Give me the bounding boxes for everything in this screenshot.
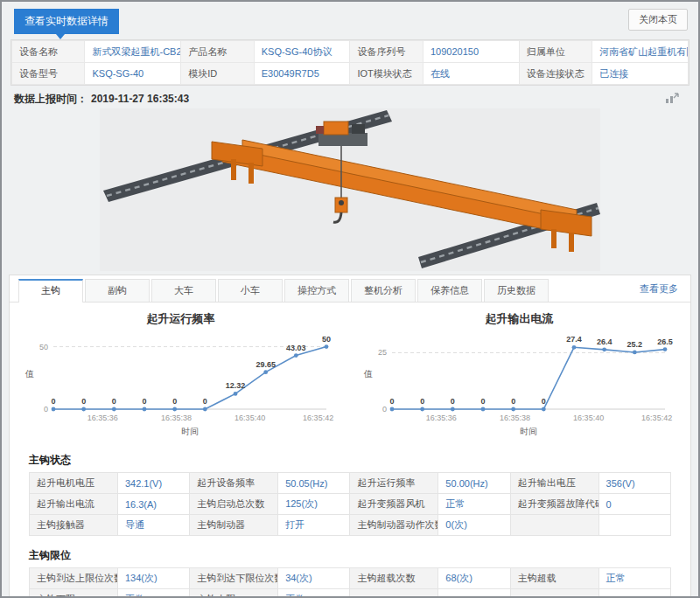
info-label: 设备型号 bbox=[12, 63, 85, 85]
device-info-table: 设备名称新式双梁起重机-CB2019产品名称KSQ-SG-40协议设备序列号10… bbox=[11, 40, 689, 85]
table-row: 起升电机电压342.1(V)起升设备频率50.05(Hz)起升运行频率50.00… bbox=[30, 473, 671, 494]
tab-main-hook[interactable]: 主钩 bbox=[18, 279, 83, 302]
report-time-label: 数据上报时间： bbox=[14, 93, 88, 105]
status-label bbox=[510, 589, 598, 598]
status-label: 主钩到达下限位次数 bbox=[190, 568, 278, 589]
status-value: 356(V) bbox=[598, 473, 670, 494]
svg-text:25: 25 bbox=[377, 348, 386, 357]
tab-trolley[interactable]: 小车 bbox=[218, 279, 283, 302]
svg-text:0: 0 bbox=[420, 397, 424, 406]
status-value: 125(次) bbox=[278, 494, 350, 515]
info-value: E30049R7D5 bbox=[254, 63, 350, 85]
status-label bbox=[510, 515, 598, 536]
svg-text:16:35:38: 16:35:38 bbox=[160, 414, 191, 422]
svg-text:16:35:36: 16:35:36 bbox=[425, 414, 456, 422]
svg-text:16:35:36: 16:35:36 bbox=[87, 414, 117, 422]
report-time: 数据上报时间：2019-11-27 16:35:43 bbox=[14, 92, 189, 107]
page: 查看实时数据详情 关闭本页 设备名称新式双梁起重机-CB2019产品名称KSQ-… bbox=[0, 0, 700, 598]
status-value: 34(次) bbox=[278, 568, 350, 589]
svg-text:0: 0 bbox=[43, 405, 47, 414]
status-value: 正常 bbox=[438, 494, 510, 515]
svg-text:16:35:42: 16:35:42 bbox=[303, 414, 333, 422]
status-label: 主钩到达上限位次数 bbox=[30, 568, 118, 589]
svg-text:16:35:38: 16:35:38 bbox=[499, 414, 529, 422]
table-row: 主钩到达上限位次数134(次)主钩到达下限位次数34(次)主钩超载次数68(次)… bbox=[30, 568, 671, 589]
svg-text:27.4: 27.4 bbox=[566, 335, 582, 344]
status-value: 打开 bbox=[278, 515, 350, 536]
svg-text:16:35:40: 16:35:40 bbox=[234, 414, 265, 422]
device-info-row: 设备型号KSQ-SG-40模块IDE30049R7D5IOT模块状态在线设备连接… bbox=[12, 63, 689, 85]
info-label: 设备连接状态 bbox=[519, 63, 592, 85]
info-label: IOT模块状态 bbox=[350, 63, 423, 85]
tab-history-data[interactable]: 历史数据 bbox=[484, 279, 549, 302]
view-realtime-data-button[interactable]: 查看实时数据详情 bbox=[14, 9, 119, 34]
tab-bridge[interactable]: 大车 bbox=[151, 279, 216, 302]
status-label: 起升设备频率 bbox=[190, 473, 278, 494]
crane-image-wrap bbox=[2, 108, 698, 271]
charts-row: 起升运行频率050值16:35:3616:35:3816:35:4016:35:… bbox=[10, 302, 690, 441]
close-page-button[interactable]: 关闭本页 bbox=[628, 9, 688, 31]
section: 主钩状态起升电机电压342.1(V)起升设备频率50.05(Hz)起升运行频率5… bbox=[10, 453, 690, 536]
chart-title: 起升运行频率 bbox=[17, 311, 346, 327]
info-label: 模块ID bbox=[181, 63, 254, 85]
status-value: 正常 bbox=[278, 589, 350, 598]
svg-text:0: 0 bbox=[51, 397, 55, 406]
svg-text:50: 50 bbox=[38, 343, 47, 351]
status-label: 主钩制动器动作次数 bbox=[350, 515, 438, 536]
info-value: KSQ-SG-40协议 bbox=[254, 41, 350, 63]
info-value: 新式双梁起重机-CB2019 bbox=[85, 41, 181, 63]
status-label: 起升变频器故障代码 bbox=[510, 494, 598, 515]
info-label: 归属单位 bbox=[519, 41, 592, 63]
svg-text:时间: 时间 bbox=[520, 427, 537, 436]
svg-text:26.4: 26.4 bbox=[596, 337, 612, 346]
caret-down-icon bbox=[56, 34, 65, 44]
tab-control-mode[interactable]: 操控方式 bbox=[284, 279, 349, 302]
chart-hoist-current: 起升输出电流025值16:35:3616:35:3816:35:4016:35:… bbox=[355, 311, 684, 441]
status-label bbox=[350, 589, 438, 598]
view-more-link[interactable]: 查看更多 bbox=[640, 282, 678, 296]
svg-text:50: 50 bbox=[321, 335, 330, 344]
info-value: KSQ-SG-40 bbox=[85, 63, 181, 85]
status-value: 0 bbox=[598, 494, 670, 515]
table-row: 主钩接触器导通主钩制动器打开主钩制动器动作次数0(次) bbox=[30, 515, 671, 536]
info-value: 已连接 bbox=[592, 63, 689, 85]
status-label: 起升输出电压 bbox=[510, 473, 598, 494]
tab-bar: 主钩副钩大车小车操控方式整机分析保养信息历史数据查看更多 bbox=[10, 275, 690, 302]
section-table: 起升电机电压342.1(V)起升设备频率50.05(Hz)起升运行频率50.00… bbox=[29, 472, 671, 536]
top-bar: 查看实时数据详情 关闭本页 bbox=[2, 2, 698, 36]
chart-hoist-frequency: 起升运行频率050值16:35:3616:35:3816:35:4016:35:… bbox=[17, 311, 346, 441]
info-label: 设备序列号 bbox=[350, 41, 423, 63]
status-value: 68(次) bbox=[438, 568, 510, 589]
svg-text:0: 0 bbox=[389, 397, 394, 406]
status-label: 主钩上限 bbox=[190, 589, 278, 598]
status-label: 主钩超载次数 bbox=[350, 568, 438, 589]
svg-text:0: 0 bbox=[81, 397, 86, 406]
crane-image bbox=[100, 108, 600, 271]
chart-title: 起升输出电流 bbox=[355, 311, 684, 327]
tab-maintenance-info[interactable]: 保养信息 bbox=[417, 279, 482, 302]
info-value: 109020150 bbox=[423, 41, 519, 63]
sections: 主钩状态起升电机电压342.1(V)起升设备频率50.05(Hz)起升运行频率5… bbox=[10, 453, 690, 598]
info-value: 河南省矿山起重机有限公司 bbox=[592, 41, 689, 63]
status-label: 起升运行频率 bbox=[350, 473, 438, 494]
table-row: 主钩下限正常主钩上限正常 bbox=[30, 589, 671, 598]
status-value: 0(次) bbox=[438, 515, 510, 536]
section-table: 主钩到达上限位次数134(次)主钩到达下限位次数34(次)主钩超载次数68(次)… bbox=[29, 567, 671, 598]
svg-text:0: 0 bbox=[541, 397, 545, 406]
svg-text:0: 0 bbox=[480, 397, 485, 406]
status-label: 主钩下限 bbox=[30, 589, 118, 598]
tab-aux-hook[interactable]: 副钩 bbox=[85, 279, 150, 302]
tab-machine-analysis[interactable]: 整机分析 bbox=[351, 279, 416, 302]
status-label: 主钩超载 bbox=[510, 568, 598, 589]
signal-chart-icon[interactable] bbox=[665, 93, 679, 106]
status-value bbox=[598, 515, 670, 536]
svg-text:29.65: 29.65 bbox=[256, 360, 276, 369]
svg-text:值: 值 bbox=[363, 369, 373, 379]
svg-text:26.5: 26.5 bbox=[657, 337, 673, 346]
status-value: 正常 bbox=[598, 568, 670, 589]
info-label: 设备名称 bbox=[12, 41, 85, 63]
svg-text:0: 0 bbox=[511, 397, 515, 406]
svg-text:43.03: 43.03 bbox=[286, 344, 306, 352]
status-value: 导通 bbox=[117, 515, 189, 536]
info-value: 在线 bbox=[423, 63, 519, 85]
